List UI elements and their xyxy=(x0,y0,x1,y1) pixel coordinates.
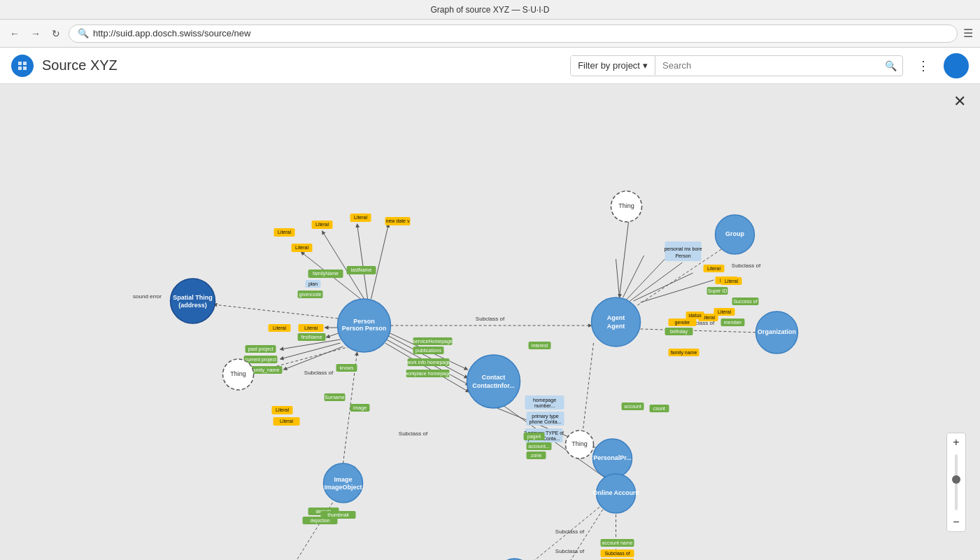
app-logo xyxy=(11,55,34,77)
search-button[interactable]: 🔍 xyxy=(879,56,902,76)
svg-text:Literal: Literal xyxy=(315,222,329,227)
svg-text:account name: account name xyxy=(602,540,633,545)
svg-text:Subclass of: Subclass of xyxy=(476,316,505,322)
svg-text:phone Conta...: phone Conta... xyxy=(530,419,562,425)
back-button[interactable]: ← xyxy=(7,27,22,41)
url-bar[interactable]: 🔍 http://suid.app.dosch.swiss/source/new xyxy=(69,24,958,43)
svg-text:Organization: Organization xyxy=(758,328,796,335)
svg-text:count: count xyxy=(653,406,665,411)
svg-text:paid project: paid project xyxy=(248,346,273,352)
svg-line-7 xyxy=(641,329,760,332)
svg-text:work info homepage: work info homepage xyxy=(406,360,450,365)
svg-line-73 xyxy=(280,340,341,349)
user-avatar[interactable]: 👤 xyxy=(944,53,969,78)
svg-text:Thing: Thing xyxy=(230,370,246,377)
svg-text:ImageObject: ImageObject xyxy=(324,484,362,491)
svg-text:primary type: primary type xyxy=(532,414,559,419)
svg-text:Literal: Literal xyxy=(295,245,309,250)
svg-text:Subclass of: Subclass of xyxy=(604,551,630,556)
app-title: Source XYZ xyxy=(42,57,562,74)
svg-text:status: status xyxy=(688,313,702,318)
svg-text:Surname: Surname xyxy=(325,395,345,400)
svg-line-25 xyxy=(357,224,368,299)
node-agent[interactable] xyxy=(592,298,641,346)
zoom-slider-thumb[interactable] xyxy=(952,475,960,484)
filter-by-project-button[interactable]: Filter by project ▾ xyxy=(571,56,655,75)
svg-text:birthday: birthday xyxy=(670,329,688,335)
svg-line-27 xyxy=(616,259,620,298)
svg-text:image: image xyxy=(353,405,367,411)
svg-text:Subclass of: Subclass of xyxy=(399,430,428,437)
svg-text:ContactInfor...: ContactInfor... xyxy=(472,382,515,389)
zoom-out-button[interactable]: − xyxy=(947,513,965,531)
svg-text:Subclass of: Subclass of xyxy=(304,370,334,376)
svg-text:Literal: Literal xyxy=(354,215,368,220)
svg-text:Literal: Literal xyxy=(725,279,739,284)
svg-text:depiction: depiction xyxy=(310,518,329,524)
svg-text:plan: plan xyxy=(308,281,318,287)
svg-text:lastName: lastName xyxy=(351,267,372,272)
svg-text:(address): (address) xyxy=(178,302,207,309)
svg-text:Online Account: Online Account xyxy=(592,489,639,496)
svg-text:current project: current project xyxy=(245,357,276,363)
svg-text:knows: knows xyxy=(340,365,354,370)
search-input[interactable] xyxy=(655,56,879,75)
svg-text:serviceHomepage: serviceHomepage xyxy=(413,339,453,344)
svg-text:Literal: Literal xyxy=(278,230,292,234)
svg-text:Literal: Literal xyxy=(280,419,294,424)
svg-text:Literal: Literal xyxy=(707,266,721,271)
more-options-button[interactable]: ⋮ xyxy=(911,55,935,76)
svg-line-28 xyxy=(623,255,644,298)
svg-text:number...: number... xyxy=(534,403,555,408)
graph-area: ✕ Subclass of Subclass of xyxy=(0,84,980,560)
filter-label: Filter by project xyxy=(578,60,640,71)
zoom-slider-track xyxy=(955,454,958,510)
svg-line-32 xyxy=(641,280,714,302)
svg-text:Super ID: Super ID xyxy=(708,288,727,294)
svg-line-13 xyxy=(214,304,339,318)
filter-chevron-icon: ▾ xyxy=(643,60,648,71)
svg-text:Literal: Literal xyxy=(273,326,287,330)
node-contact-info[interactable] xyxy=(467,355,520,408)
svg-text:personal mx bore: personal mx bore xyxy=(664,246,702,252)
svg-line-12 xyxy=(620,222,629,298)
svg-text:homepage: homepage xyxy=(533,398,556,403)
svg-text:new date v: new date v xyxy=(386,218,410,223)
reload-button[interactable]: ↻ xyxy=(49,27,63,41)
svg-text:Person: Person xyxy=(353,318,375,325)
svg-line-11 xyxy=(583,343,594,435)
svg-text:Success of: Success of xyxy=(733,299,757,304)
svg-text:familyName: familyName xyxy=(313,271,339,276)
svg-text:Interest: Interest xyxy=(532,343,548,348)
forward-button[interactable]: → xyxy=(28,27,43,41)
svg-text:Group: Group xyxy=(725,230,744,237)
svg-text:Literal: Literal xyxy=(276,407,290,412)
svg-text:member: member xyxy=(724,320,742,325)
svg-text:givencode: givencode xyxy=(299,292,322,298)
graph-canvas[interactable]: Subclass of Subclass of Subclass of Subc… xyxy=(0,84,980,560)
svg-text:Subclass of: Subclass of xyxy=(555,528,585,535)
url-text: http://suid.app.dosch.swiss/source/new xyxy=(93,28,250,38)
svg-text:Agent: Agent xyxy=(607,314,625,321)
svg-text:Image: Image xyxy=(334,476,352,483)
svg-line-31 xyxy=(634,273,693,301)
svg-text:Subclass of: Subclass of xyxy=(732,262,761,269)
svg-text:Literal: Literal xyxy=(304,326,318,330)
svg-text:zone: zone xyxy=(531,453,541,458)
browser-bar: ← → ↻ 🔍 http://suid.app.dosch.swiss/sour… xyxy=(0,20,980,48)
svg-line-24 xyxy=(322,231,364,299)
window-title: Graph of source XYZ — S·U·I·D xyxy=(430,5,549,15)
close-button[interactable]: ✕ xyxy=(953,92,966,111)
app-header: Source XYZ Filter by project ▾ 🔍 ⋮ 👤 xyxy=(0,48,980,84)
window-titlebar: Graph of source XYZ — S·U·I·D xyxy=(0,0,980,20)
svg-text:Thing: Thing xyxy=(571,440,588,447)
svg-text:Person Person: Person Person xyxy=(342,325,387,332)
svg-text:Agent: Agent xyxy=(607,323,625,330)
svg-text:family_name: family_name xyxy=(252,368,280,373)
svg-text:account...: account... xyxy=(528,444,549,449)
svg-text:PersonalPr...: PersonalPr... xyxy=(593,454,632,461)
browser-menu-icon[interactable]: ☰ xyxy=(963,27,973,40)
svg-text:workplace homepage: workplace homepage xyxy=(404,371,451,377)
zoom-in-button[interactable]: + xyxy=(947,433,965,451)
zoom-controls: + − xyxy=(946,433,966,532)
